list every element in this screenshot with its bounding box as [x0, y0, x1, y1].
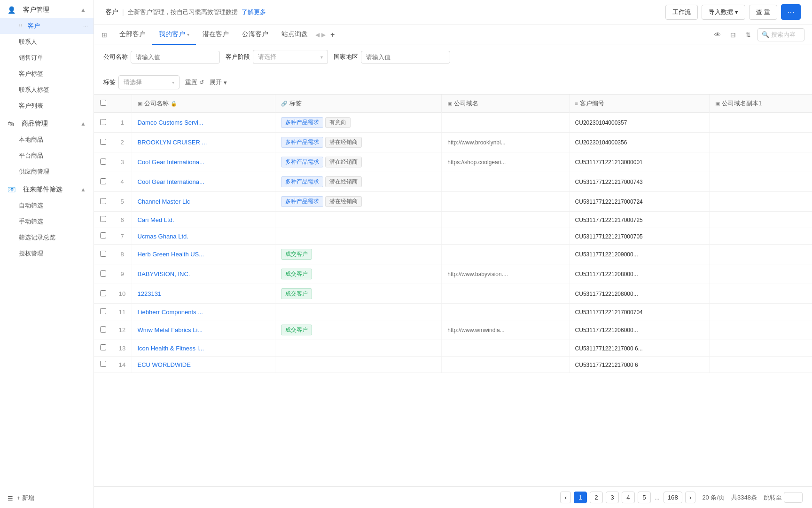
- row-checkbox[interactable]: [100, 232, 106, 238]
- company-link[interactable]: BABYVISION, INC.: [138, 270, 190, 278]
- row-checkbox[interactable]: [100, 139, 106, 145]
- tab-add-button[interactable]: +: [327, 31, 338, 39]
- tag-badge[interactable]: 潜在经销商: [325, 196, 362, 207]
- sort-icon[interactable]: ⇅: [742, 29, 754, 40]
- row-checkbox[interactable]: [100, 326, 106, 333]
- sidebar-item-customers[interactable]: ⠿ 客户 ···: [0, 18, 94, 34]
- tag-badge[interactable]: 多种产品需求: [281, 157, 323, 167]
- company-link[interactable]: Ucmas Ghana Ltd.: [138, 233, 188, 240]
- pagination-page-2[interactable]: 2: [590, 492, 603, 503]
- tag-badge[interactable]: 多种产品需求: [281, 176, 323, 187]
- sidebar-item-contact-tags[interactable]: 联系人标签: [0, 82, 94, 98]
- th-domain[interactable]: ▣ 公司域名: [442, 95, 569, 113]
- tag-badge[interactable]: 成交客户: [281, 249, 312, 260]
- row-company-name[interactable]: Icon Health & Fitness I...: [132, 340, 275, 357]
- company-link[interactable]: Damco Customs Servi...: [138, 119, 203, 126]
- sidebar-add-new[interactable]: ☰ + 新增: [0, 488, 94, 508]
- filter-customer-stage-select[interactable]: 请选择 ▾: [253, 50, 328, 64]
- sidebar-item-local-products[interactable]: 本地商品: [0, 132, 94, 148]
- row-company-name[interactable]: Channel Master Llc: [132, 192, 275, 212]
- row-checkbox[interactable]: [100, 361, 106, 367]
- row-company-name[interactable]: Cool Gear Internationa...: [132, 172, 275, 192]
- dedup-button[interactable]: 查 重: [749, 5, 777, 20]
- reset-button[interactable]: 重置 ↺: [185, 78, 204, 87]
- pagination-page-5[interactable]: 5: [638, 492, 651, 503]
- pagination-page-4[interactable]: 4: [622, 492, 635, 503]
- th-domain-alt[interactable]: ▣ 公司域名副本1: [710, 95, 812, 113]
- row-checkbox[interactable]: [100, 290, 106, 296]
- tab-public-customers[interactable]: 公海客户: [235, 24, 275, 45]
- select-all-checkbox[interactable]: [100, 100, 106, 106]
- sidebar-item-supplier-mgmt[interactable]: 供应商管理: [0, 164, 94, 180]
- sidebar-item-manual-filter[interactable]: 手动筛选: [0, 214, 94, 230]
- tag-badge[interactable]: 多种产品需求: [281, 137, 323, 148]
- row-checkbox[interactable]: [100, 308, 106, 314]
- company-link[interactable]: Icon Health & Fitness I...: [138, 345, 204, 352]
- row-company-name[interactable]: Wmw Metal Fabrics Li...: [132, 320, 275, 340]
- tab-my-customers[interactable]: 我的客户 ▾: [152, 24, 196, 45]
- company-link[interactable]: Cool Gear Internationa...: [138, 159, 204, 166]
- row-company-name[interactable]: BROOKLYN CRUISER ...: [132, 133, 275, 152]
- sidebar-group-email-filter[interactable]: 📧 往来邮件筛选 ▲: [0, 180, 94, 198]
- th-company-name[interactable]: ▣ 公司名称 🔒: [132, 95, 275, 113]
- tab-nav-prev[interactable]: ◀: [315, 32, 320, 38]
- layers-icon[interactable]: ⊞: [102, 31, 107, 39]
- pagination-prev[interactable]: ‹: [560, 492, 570, 503]
- row-checkbox[interactable]: [100, 159, 106, 165]
- row-company-name[interactable]: Cool Gear Internationa...: [132, 152, 275, 172]
- th-tags[interactable]: 🔗 标签: [275, 95, 442, 113]
- company-link[interactable]: Channel Master Llc: [138, 198, 190, 205]
- workflow-button[interactable]: 工作流: [665, 5, 698, 20]
- tag-badge[interactable]: 潜在经销商: [325, 157, 362, 167]
- row-checkbox[interactable]: [100, 119, 106, 125]
- pagination-page-3[interactable]: 3: [606, 492, 619, 503]
- tab-all-customers[interactable]: 全部客户: [113, 24, 152, 45]
- tag-badge[interactable]: 成交客户: [281, 269, 312, 279]
- sidebar-item-auth-mgmt[interactable]: 授权管理: [0, 246, 94, 262]
- tab-site-inquiry[interactable]: 站点询盘: [275, 24, 314, 45]
- expand-button[interactable]: 展开 ▾: [210, 78, 227, 87]
- row-company-name[interactable]: BABYVISION, INC.: [132, 264, 275, 284]
- tag-badge[interactable]: 成交客户: [281, 325, 312, 335]
- row-checkbox[interactable]: [100, 178, 106, 184]
- sidebar-group-product-mgmt[interactable]: 🛍 商品管理 ▲: [0, 114, 94, 132]
- sidebar-item-sales-orders[interactable]: 销售订单: [0, 50, 94, 66]
- row-company-name[interactable]: Liebherr Components ...: [132, 304, 275, 320]
- tag-badge[interactable]: 潜在经销商: [325, 176, 362, 187]
- sidebar-item-filter-records[interactable]: 筛选记录总览: [0, 230, 94, 246]
- visibility-icon[interactable]: 👁: [711, 29, 724, 40]
- tab-potential-customers[interactable]: 潜在客户: [196, 24, 235, 45]
- th-customer-id[interactable]: ≡ 客户编号: [569, 95, 710, 113]
- row-checkbox[interactable]: [100, 251, 106, 257]
- tag-badge[interactable]: 成交客户: [281, 288, 312, 299]
- row-company-name[interactable]: Cari Med Ltd.: [132, 212, 275, 228]
- pagination-page-1[interactable]: 1: [574, 492, 587, 503]
- row-checkbox[interactable]: [100, 344, 106, 350]
- company-link[interactable]: Herb Green Health US...: [138, 251, 204, 258]
- topbar-learn-more-link[interactable]: 了解更多: [242, 8, 266, 16]
- company-link[interactable]: ECU WORLDWIDE: [138, 361, 191, 368]
- tag-badge[interactable]: 多种产品需求: [281, 117, 323, 128]
- sidebar-item-platform-products[interactable]: 平台商品: [0, 148, 94, 164]
- tag-badge[interactable]: 多种产品需求: [281, 196, 323, 207]
- row-company-name[interactable]: Damco Customs Servi...: [132, 113, 275, 133]
- more-options-button[interactable]: ⋯: [781, 4, 801, 20]
- pagination-last-page[interactable]: 168: [664, 492, 682, 503]
- sidebar-item-contacts[interactable]: 联系人: [0, 34, 94, 50]
- import-data-button[interactable]: 导入数据 ▾: [702, 5, 745, 20]
- row-company-name[interactable]: ECU WORLDWIDE: [132, 357, 275, 373]
- filter-icon[interactable]: ⊟: [727, 29, 739, 40]
- company-link[interactable]: Cari Med Ltd.: [138, 216, 174, 223]
- sidebar-item-customer-tags[interactable]: 客户标签: [0, 66, 94, 82]
- row-checkbox[interactable]: [100, 216, 106, 222]
- pagination-next[interactable]: ›: [685, 492, 695, 503]
- company-link[interactable]: Wmw Metal Fabrics Li...: [138, 326, 203, 333]
- sidebar-item-auto-filter[interactable]: 自动筛选: [0, 198, 94, 214]
- pagination-jump-input[interactable]: [784, 492, 803, 503]
- sidebar-group-customer-mgmt[interactable]: 👤 客户管理 ▲: [0, 0, 94, 18]
- company-link[interactable]: Cool Gear Internationa...: [138, 178, 204, 185]
- sidebar-item-customer-list[interactable]: 客户列表: [0, 98, 94, 114]
- tab-nav-next[interactable]: ▶: [321, 32, 326, 38]
- row-checkbox[interactable]: [100, 198, 106, 204]
- tag-badge[interactable]: 有意向: [325, 117, 351, 128]
